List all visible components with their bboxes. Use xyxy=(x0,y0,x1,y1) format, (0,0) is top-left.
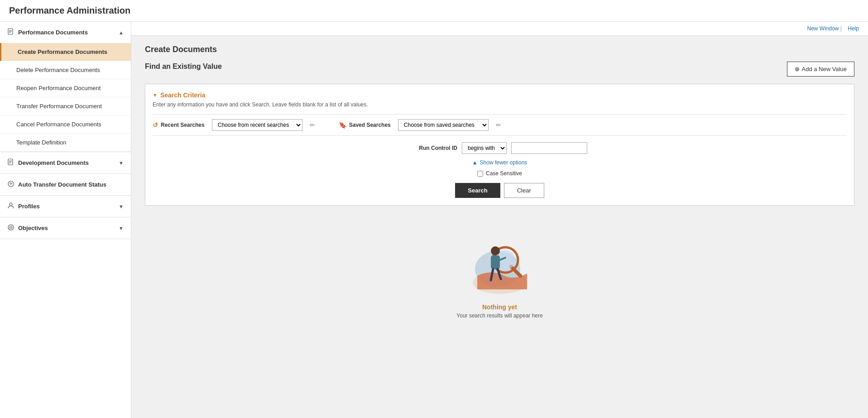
sidebar-group-label-profiles: Profiles xyxy=(18,203,40,210)
sidebar-section-performance-documents: Performance Documents ▲ Create Performan… xyxy=(0,22,131,152)
search-criteria-header[interactable]: ▼ Search Criteria xyxy=(153,91,847,99)
sidebar: Performance Documents ▲ Create Performan… xyxy=(0,22,131,418)
main-content: New Window | Help Create Documents Find … xyxy=(131,22,868,418)
sidebar-group-profiles[interactable]: Profiles ▼ xyxy=(0,196,131,217)
recent-searches-label: Recent Searches xyxy=(161,122,205,128)
sidebar-section-auto-transfer: Auto Transfer Document Status xyxy=(0,174,131,196)
run-control-id-row: Run Control ID begins with contains equa… xyxy=(153,142,847,154)
new-window-link[interactable]: New Window xyxy=(807,25,839,32)
sidebar-group-development-documents[interactable]: Development Documents ▼ xyxy=(0,152,131,173)
profile-icon xyxy=(7,202,14,211)
objectives-icon xyxy=(7,224,14,232)
operator-select[interactable]: begins with contains equals ends with xyxy=(462,142,507,154)
transfer-icon xyxy=(7,180,14,189)
svg-point-18 xyxy=(491,246,500,255)
search-panel: ▼ Search Criteria Enter any information … xyxy=(145,84,854,206)
empty-state: Nothing yet Your search results will app… xyxy=(145,206,854,337)
sidebar-item-create-performance-documents[interactable]: Create Performance Documents xyxy=(0,43,131,61)
top-bar: New Window | Help xyxy=(131,22,868,36)
sidebar-group-objectives[interactable]: Objectives ▼ xyxy=(0,217,131,239)
search-button[interactable]: Search xyxy=(455,183,500,198)
svg-rect-19 xyxy=(491,255,500,269)
chevron-down-icon-search: ▼ xyxy=(153,92,158,98)
sidebar-group-label-auto-transfer: Auto Transfer Document Status xyxy=(18,181,106,188)
edit-saved-icon[interactable]: ✏ xyxy=(496,121,501,129)
content-area: Create Documents Find an Existing Value … xyxy=(131,36,868,346)
sidebar-section-objectives: Objectives ▼ xyxy=(0,217,131,239)
section-title: Find an Existing Value xyxy=(145,62,222,71)
sidebar-group-performance-documents[interactable]: Performance Documents ▲ xyxy=(0,22,131,43)
edit-recent-icon[interactable]: ✏ xyxy=(310,121,315,129)
app-header: Performance Administration xyxy=(0,0,868,22)
recent-searches-dropdown[interactable]: Choose from recent searches xyxy=(212,119,302,131)
sidebar-item-reopen-performance-document[interactable]: Reopen Performance Document xyxy=(0,79,131,97)
chevron-up-fewer-icon: ▲ xyxy=(472,159,478,166)
chevron-down-icon-dev: ▼ xyxy=(119,160,124,166)
sidebar-item-delete-performance-documents[interactable]: Delete Performance Documents xyxy=(0,61,131,79)
document-icon-2 xyxy=(7,159,14,167)
sidebar-item-cancel-performance-documents[interactable]: Cancel Performance Documents xyxy=(0,115,131,134)
app-title: Performance Administration xyxy=(9,5,130,15)
case-sensitive-row: Case Sensitive xyxy=(153,170,847,177)
empty-state-subtitle: Your search results will appear here xyxy=(145,312,854,319)
svg-point-9 xyxy=(10,203,12,206)
sidebar-item-template-definition[interactable]: Template Definition xyxy=(0,134,131,152)
show-fewer-options[interactable]: ▲ Show fewer options xyxy=(153,159,847,166)
bookmark-icon: 🔖 xyxy=(339,121,346,129)
sidebar-group-label-objectives: Objectives xyxy=(18,225,48,231)
help-link[interactable]: Help xyxy=(848,25,859,32)
case-sensitive-checkbox[interactable] xyxy=(477,171,483,177)
plus-icon: ⊕ xyxy=(795,66,800,72)
show-fewer-label: Show fewer options xyxy=(480,159,528,166)
run-control-id-label: Run Control ID xyxy=(412,145,457,151)
sidebar-items-performance: Create Performance Documents Delete Perf… xyxy=(0,43,131,152)
saved-searches-group: 🔖 Saved Searches xyxy=(339,121,391,129)
empty-state-title: Nothing yet xyxy=(145,303,854,311)
recent-searches-group: ↺ Recent Searches xyxy=(153,121,205,129)
chevron-down-icon-objectives: ▼ xyxy=(119,226,124,231)
sidebar-item-transfer-performance-document[interactable]: Transfer Performance Document xyxy=(0,97,131,115)
sidebar-group-auto-transfer[interactable]: Auto Transfer Document Status xyxy=(0,174,131,195)
sidebar-section-development-documents: Development Documents ▼ xyxy=(0,152,131,174)
case-sensitive-label: Case Sensitive xyxy=(486,170,522,177)
add-new-value-button[interactable]: ⊕ Add a New Value xyxy=(787,62,855,77)
clear-button[interactable]: Clear xyxy=(504,183,544,198)
chevron-up-icon: ▲ xyxy=(119,30,124,35)
svg-point-12 xyxy=(10,227,11,228)
header-row: Find an Existing Value ⊕ Add a New Value xyxy=(145,62,854,77)
separator: | xyxy=(840,25,842,32)
search-hint: Enter any information you have and click… xyxy=(153,101,847,108)
search-illustration xyxy=(464,224,536,296)
saved-searches-dropdown[interactable]: Choose from saved searches xyxy=(398,119,489,131)
chevron-down-icon-profiles: ▼ xyxy=(119,204,124,209)
button-row: Search Clear xyxy=(153,183,847,198)
sidebar-group-label-performance: Performance Documents xyxy=(18,29,88,36)
document-icon xyxy=(7,28,14,37)
run-control-id-input[interactable] xyxy=(511,142,587,154)
sidebar-section-profiles: Profiles ▼ xyxy=(0,196,131,217)
sidebar-group-label-development: Development Documents xyxy=(18,159,89,166)
saved-searches-label: Saved Searches xyxy=(349,122,391,128)
search-criteria-label: Search Criteria xyxy=(160,91,206,99)
page-title: Create Documents xyxy=(145,45,854,54)
recent-icon: ↺ xyxy=(153,121,158,129)
recent-saved-row: ↺ Recent Searches Choose from recent sea… xyxy=(153,114,847,136)
